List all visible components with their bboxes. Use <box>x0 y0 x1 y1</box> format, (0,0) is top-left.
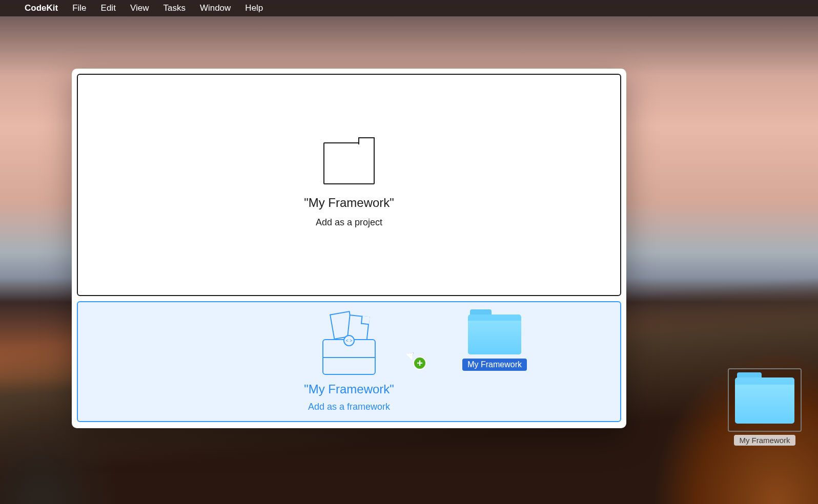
dragged-folder-label: My Framework <box>462 359 527 371</box>
framework-dropzone-subtitle: Add as a framework <box>308 402 390 412</box>
menu-tasks[interactable]: Tasks <box>163 3 185 13</box>
project-dropzone-subtitle: Add as a project <box>316 217 382 228</box>
mac-folder-icon <box>735 377 794 423</box>
menu-view[interactable]: View <box>130 3 149 13</box>
menubar: CodeKit File Edit View Tasks Window Help <box>0 0 818 16</box>
cursor-icon: + <box>409 351 414 358</box>
menu-file[interactable]: File <box>72 3 86 13</box>
dropzone-add-project[interactable]: "My Framework" Add as a project <box>77 74 621 296</box>
toolbox-icon: < > <box>322 311 376 375</box>
mac-folder-icon <box>468 314 521 354</box>
menu-edit[interactable]: Edit <box>101 3 116 13</box>
codekit-window: "My Framework" Add as a project < > "My … <box>72 69 626 428</box>
project-dropzone-title: "My Framework" <box>304 196 394 210</box>
menu-help[interactable]: Help <box>245 3 263 13</box>
plus-badge-icon: + <box>413 356 426 370</box>
framework-dropzone-title: "My Framework" <box>304 382 394 396</box>
desktop-folder-label: My Framework <box>734 435 795 446</box>
menu-window[interactable]: Window <box>200 3 231 13</box>
dropzone-add-framework[interactable]: < > "My Framework" Add as a framework My… <box>77 301 621 422</box>
desktop-folder-item[interactable]: My Framework <box>728 368 802 446</box>
folder-outline-icon <box>323 142 375 184</box>
code-brackets-icon: < > <box>343 335 355 346</box>
menubar-app-name[interactable]: CodeKit <box>25 3 58 13</box>
dragged-folder[interactable]: My Framework + <box>462 314 527 371</box>
